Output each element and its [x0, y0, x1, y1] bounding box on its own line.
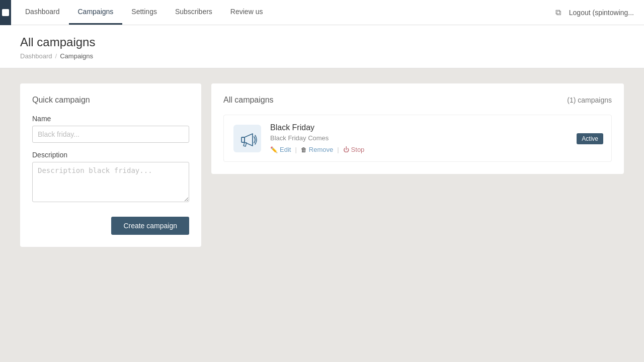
stop-icon: ⏻	[343, 146, 349, 153]
campaigns-count: (1) campaigns	[567, 96, 612, 104]
all-campaigns-card: All campaigns (1) campaigns	[211, 83, 624, 174]
nav-right: ⧉ Logout (spintowing...	[555, 8, 644, 17]
name-input[interactable]	[32, 126, 189, 143]
edit-icon: ✏️	[270, 146, 278, 153]
brand-icon	[2, 9, 9, 16]
logout-button[interactable]: Logout (spintowing...	[569, 9, 634, 17]
main-content: Quick campaign Name Description Create c…	[0, 68, 644, 362]
svg-rect-0	[233, 125, 261, 152]
nav-items: Dashboard Campaigns Settings Subscribers…	[16, 0, 555, 25]
all-campaigns-title: All campaigns	[223, 96, 274, 105]
description-field-group: Description	[32, 151, 189, 204]
action-separator-1: |	[295, 146, 296, 153]
status-badge: Active	[577, 134, 603, 142]
quick-campaign-title: Quick campaign	[32, 96, 189, 105]
trash-icon: 🗑	[301, 146, 307, 153]
campaign-name: Black Friday	[270, 123, 569, 132]
nav-item-settings[interactable]: Settings	[122, 0, 166, 25]
nav-item-review[interactable]: Review us	[221, 0, 272, 25]
description-label: Description	[32, 151, 189, 159]
create-campaign-button[interactable]: Create campaign	[111, 217, 189, 235]
action-separator-2: |	[337, 146, 339, 153]
brand-logo	[0, 0, 11, 25]
content-grid: Quick campaign Name Description Create c…	[20, 83, 624, 247]
breadcrumb-separator: /	[55, 52, 57, 60]
nav-item-campaigns[interactable]: Campaigns	[69, 0, 123, 25]
nav-item-subscribers[interactable]: Subscribers	[166, 0, 221, 25]
stop-button[interactable]: Stop	[351, 146, 365, 153]
remove-button[interactable]: Remove	[309, 146, 333, 153]
campaign-info: Black Friday Black Friday Comes ✏️ Edit …	[270, 123, 569, 153]
breadcrumb: Dashboard / Campaigns	[20, 52, 624, 60]
campaign-actions: ✏️ Edit | 🗑 Remove | ⏻ Stop	[270, 146, 569, 153]
table-row: Black Friday Black Friday Comes ✏️ Edit …	[223, 115, 612, 162]
campaigns-header: All campaigns (1) campaigns	[223, 96, 612, 105]
quick-campaign-card: Quick campaign Name Description Create c…	[20, 83, 201, 247]
name-field-group: Name	[32, 115, 189, 143]
edit-button[interactable]: Edit	[280, 146, 291, 153]
page-title: All campaigns	[20, 35, 624, 49]
page-header: All campaigns Dashboard / Campaigns	[0, 25, 644, 68]
campaign-icon	[232, 123, 262, 153]
name-label: Name	[32, 115, 189, 123]
nav-item-dashboard[interactable]: Dashboard	[16, 0, 69, 25]
megaphone-icon	[233, 125, 261, 152]
campaign-description: Black Friday Comes	[270, 134, 569, 142]
breadcrumb-home[interactable]: Dashboard	[20, 52, 52, 60]
navigation: Dashboard Campaigns Settings Subscribers…	[0, 0, 644, 25]
active-badge: Active	[577, 133, 603, 144]
breadcrumb-current: Campaigns	[60, 52, 93, 60]
description-input[interactable]	[32, 162, 189, 202]
external-link-icon[interactable]: ⧉	[555, 8, 561, 17]
